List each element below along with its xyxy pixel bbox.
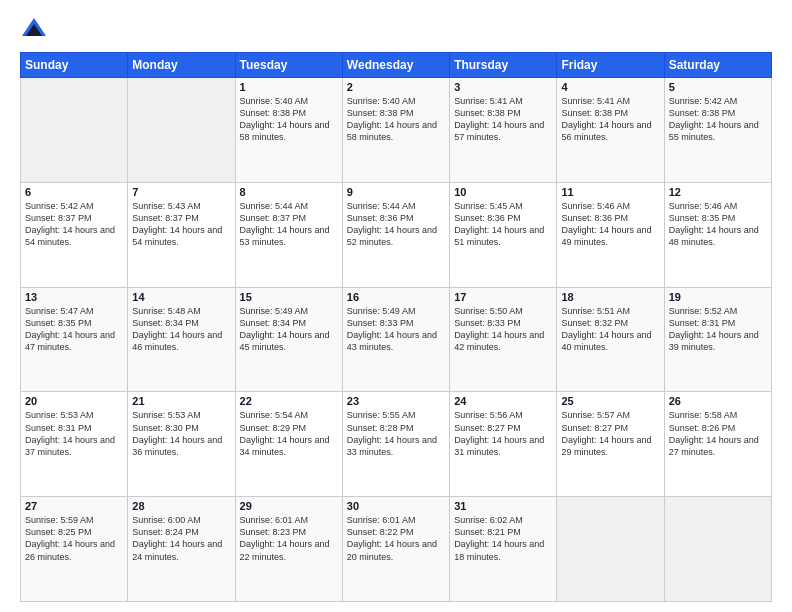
day-info: Sunrise: 5:43 AMSunset: 8:37 PMDaylight:… — [132, 200, 230, 249]
day-number: 30 — [347, 500, 445, 512]
day-number: 6 — [25, 186, 123, 198]
calendar-cell: 17Sunrise: 5:50 AMSunset: 8:33 PMDayligh… — [450, 287, 557, 392]
calendar-cell: 4Sunrise: 5:41 AMSunset: 8:38 PMDaylight… — [557, 78, 664, 183]
day-info: Sunrise: 6:01 AMSunset: 8:22 PMDaylight:… — [347, 514, 445, 563]
calendar-week-row: 27Sunrise: 5:59 AMSunset: 8:25 PMDayligh… — [21, 497, 772, 602]
calendar-cell: 21Sunrise: 5:53 AMSunset: 8:30 PMDayligh… — [128, 392, 235, 497]
day-info: Sunrise: 5:51 AMSunset: 8:32 PMDaylight:… — [561, 305, 659, 354]
calendar-header-thursday: Thursday — [450, 53, 557, 78]
calendar-cell: 29Sunrise: 6:01 AMSunset: 8:23 PMDayligh… — [235, 497, 342, 602]
calendar-cell: 19Sunrise: 5:52 AMSunset: 8:31 PMDayligh… — [664, 287, 771, 392]
day-number: 9 — [347, 186, 445, 198]
day-info: Sunrise: 5:42 AMSunset: 8:37 PMDaylight:… — [25, 200, 123, 249]
day-info: Sunrise: 5:53 AMSunset: 8:31 PMDaylight:… — [25, 409, 123, 458]
calendar-header-row: SundayMondayTuesdayWednesdayThursdayFrid… — [21, 53, 772, 78]
day-number: 11 — [561, 186, 659, 198]
calendar-cell: 7Sunrise: 5:43 AMSunset: 8:37 PMDaylight… — [128, 182, 235, 287]
day-info: Sunrise: 5:44 AMSunset: 8:36 PMDaylight:… — [347, 200, 445, 249]
calendar-cell: 25Sunrise: 5:57 AMSunset: 8:27 PMDayligh… — [557, 392, 664, 497]
logo-icon — [20, 16, 48, 44]
calendar-cell: 2Sunrise: 5:40 AMSunset: 8:38 PMDaylight… — [342, 78, 449, 183]
day-number: 17 — [454, 291, 552, 303]
calendar-cell: 1Sunrise: 5:40 AMSunset: 8:38 PMDaylight… — [235, 78, 342, 183]
calendar-cell: 24Sunrise: 5:56 AMSunset: 8:27 PMDayligh… — [450, 392, 557, 497]
day-info: Sunrise: 5:58 AMSunset: 8:26 PMDaylight:… — [669, 409, 767, 458]
calendar-week-row: 1Sunrise: 5:40 AMSunset: 8:38 PMDaylight… — [21, 78, 772, 183]
day-number: 5 — [669, 81, 767, 93]
calendar-cell: 20Sunrise: 5:53 AMSunset: 8:31 PMDayligh… — [21, 392, 128, 497]
header — [20, 16, 772, 44]
day-number: 12 — [669, 186, 767, 198]
calendar-header-friday: Friday — [557, 53, 664, 78]
day-number: 10 — [454, 186, 552, 198]
day-info: Sunrise: 5:50 AMSunset: 8:33 PMDaylight:… — [454, 305, 552, 354]
calendar-cell: 18Sunrise: 5:51 AMSunset: 8:32 PMDayligh… — [557, 287, 664, 392]
calendar-cell — [128, 78, 235, 183]
day-info: Sunrise: 5:45 AMSunset: 8:36 PMDaylight:… — [454, 200, 552, 249]
day-number: 19 — [669, 291, 767, 303]
calendar-cell: 6Sunrise: 5:42 AMSunset: 8:37 PMDaylight… — [21, 182, 128, 287]
calendar-cell: 11Sunrise: 5:46 AMSunset: 8:36 PMDayligh… — [557, 182, 664, 287]
day-number: 26 — [669, 395, 767, 407]
day-number: 29 — [240, 500, 338, 512]
calendar-cell: 23Sunrise: 5:55 AMSunset: 8:28 PMDayligh… — [342, 392, 449, 497]
day-info: Sunrise: 5:42 AMSunset: 8:38 PMDaylight:… — [669, 95, 767, 144]
calendar-cell: 12Sunrise: 5:46 AMSunset: 8:35 PMDayligh… — [664, 182, 771, 287]
day-info: Sunrise: 5:41 AMSunset: 8:38 PMDaylight:… — [561, 95, 659, 144]
day-number: 13 — [25, 291, 123, 303]
day-info: Sunrise: 5:46 AMSunset: 8:36 PMDaylight:… — [561, 200, 659, 249]
calendar-header-wednesday: Wednesday — [342, 53, 449, 78]
calendar-cell: 10Sunrise: 5:45 AMSunset: 8:36 PMDayligh… — [450, 182, 557, 287]
calendar-cell: 16Sunrise: 5:49 AMSunset: 8:33 PMDayligh… — [342, 287, 449, 392]
day-number: 28 — [132, 500, 230, 512]
calendar-cell: 26Sunrise: 5:58 AMSunset: 8:26 PMDayligh… — [664, 392, 771, 497]
day-number: 4 — [561, 81, 659, 93]
day-info: Sunrise: 5:46 AMSunset: 8:35 PMDaylight:… — [669, 200, 767, 249]
day-number: 22 — [240, 395, 338, 407]
day-info: Sunrise: 5:57 AMSunset: 8:27 PMDaylight:… — [561, 409, 659, 458]
calendar-cell — [21, 78, 128, 183]
day-number: 18 — [561, 291, 659, 303]
day-info: Sunrise: 5:49 AMSunset: 8:33 PMDaylight:… — [347, 305, 445, 354]
day-number: 16 — [347, 291, 445, 303]
day-info: Sunrise: 5:56 AMSunset: 8:27 PMDaylight:… — [454, 409, 552, 458]
day-info: Sunrise: 5:44 AMSunset: 8:37 PMDaylight:… — [240, 200, 338, 249]
calendar-cell: 30Sunrise: 6:01 AMSunset: 8:22 PMDayligh… — [342, 497, 449, 602]
calendar-table: SundayMondayTuesdayWednesdayThursdayFrid… — [20, 52, 772, 602]
calendar-cell: 31Sunrise: 6:02 AMSunset: 8:21 PMDayligh… — [450, 497, 557, 602]
calendar-week-row: 13Sunrise: 5:47 AMSunset: 8:35 PMDayligh… — [21, 287, 772, 392]
calendar-week-row: 6Sunrise: 5:42 AMSunset: 8:37 PMDaylight… — [21, 182, 772, 287]
calendar-cell: 13Sunrise: 5:47 AMSunset: 8:35 PMDayligh… — [21, 287, 128, 392]
day-info: Sunrise: 5:52 AMSunset: 8:31 PMDaylight:… — [669, 305, 767, 354]
calendar-cell — [557, 497, 664, 602]
day-info: Sunrise: 5:53 AMSunset: 8:30 PMDaylight:… — [132, 409, 230, 458]
calendar-header-saturday: Saturday — [664, 53, 771, 78]
day-number: 15 — [240, 291, 338, 303]
day-number: 7 — [132, 186, 230, 198]
calendar-cell: 9Sunrise: 5:44 AMSunset: 8:36 PMDaylight… — [342, 182, 449, 287]
page: SundayMondayTuesdayWednesdayThursdayFrid… — [0, 0, 792, 612]
day-info: Sunrise: 5:48 AMSunset: 8:34 PMDaylight:… — [132, 305, 230, 354]
day-number: 23 — [347, 395, 445, 407]
day-info: Sunrise: 5:41 AMSunset: 8:38 PMDaylight:… — [454, 95, 552, 144]
calendar-header-monday: Monday — [128, 53, 235, 78]
day-number: 1 — [240, 81, 338, 93]
day-number: 31 — [454, 500, 552, 512]
day-number: 27 — [25, 500, 123, 512]
day-info: Sunrise: 5:47 AMSunset: 8:35 PMDaylight:… — [25, 305, 123, 354]
calendar-cell — [664, 497, 771, 602]
day-info: Sunrise: 5:40 AMSunset: 8:38 PMDaylight:… — [347, 95, 445, 144]
day-info: Sunrise: 5:40 AMSunset: 8:38 PMDaylight:… — [240, 95, 338, 144]
day-number: 3 — [454, 81, 552, 93]
calendar-cell: 15Sunrise: 5:49 AMSunset: 8:34 PMDayligh… — [235, 287, 342, 392]
calendar-cell: 28Sunrise: 6:00 AMSunset: 8:24 PMDayligh… — [128, 497, 235, 602]
day-info: Sunrise: 6:00 AMSunset: 8:24 PMDaylight:… — [132, 514, 230, 563]
logo — [20, 16, 52, 44]
day-info: Sunrise: 5:49 AMSunset: 8:34 PMDaylight:… — [240, 305, 338, 354]
calendar-cell: 3Sunrise: 5:41 AMSunset: 8:38 PMDaylight… — [450, 78, 557, 183]
calendar-header-sunday: Sunday — [21, 53, 128, 78]
day-info: Sunrise: 6:02 AMSunset: 8:21 PMDaylight:… — [454, 514, 552, 563]
day-number: 14 — [132, 291, 230, 303]
day-number: 2 — [347, 81, 445, 93]
calendar-cell: 22Sunrise: 5:54 AMSunset: 8:29 PMDayligh… — [235, 392, 342, 497]
